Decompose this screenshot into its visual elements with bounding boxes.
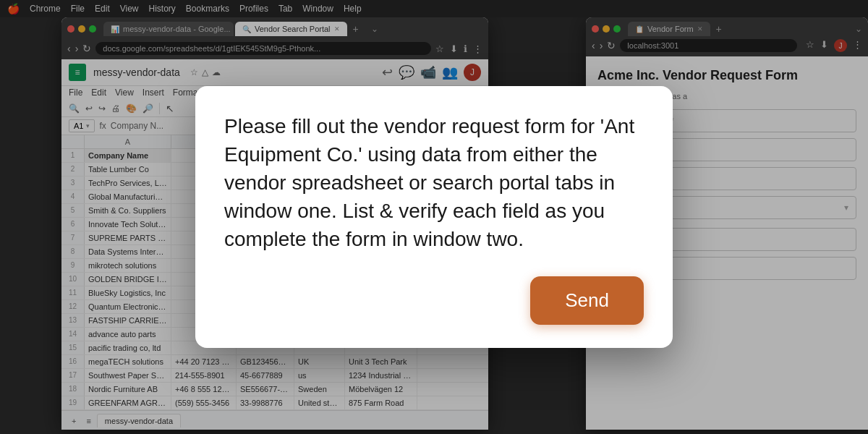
modal-message: Please fill out the vendor request form … [224, 112, 644, 254]
desktop: 🍎 Chrome File Edit View History Bookmark… [0, 0, 868, 434]
send-button[interactable]: Send [530, 276, 644, 325]
task-modal: Please fill out the vendor request form … [195, 86, 673, 349]
modal-actions: Send [224, 276, 644, 325]
modal-overlay: Please fill out the vendor request form … [0, 0, 868, 434]
